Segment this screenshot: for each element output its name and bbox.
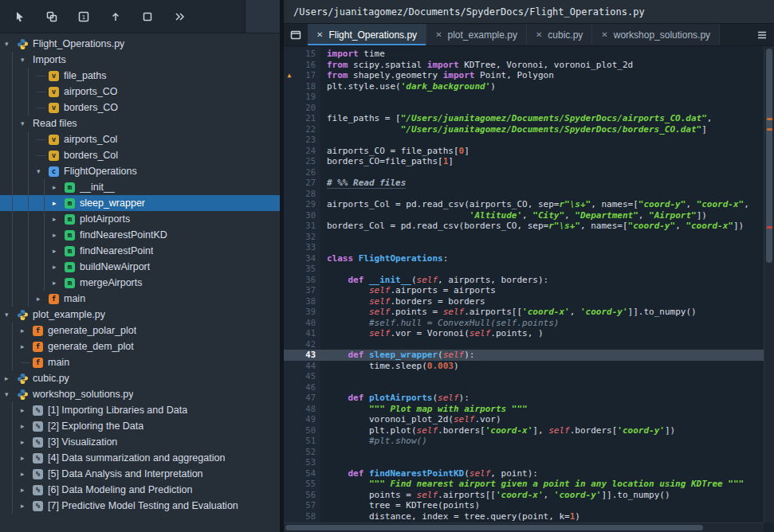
code-line[interactable]: 30 'Altitude', "City", "Department", "Ai… [284, 210, 764, 221]
chevron-right-icon[interactable]: ▸ [21, 406, 33, 414]
chevron-right-icon[interactable]: ▸ [21, 327, 33, 334]
chevron-right-icon[interactable]: ▸ [21, 342, 33, 350]
outline-item-borders-col[interactable]: vborders_Col [0, 147, 280, 163]
outline-item-file-paths[interactable]: vfile_paths [0, 68, 280, 84]
outline-item-mergeairports[interactable]: ▸mmergeAirports [0, 275, 280, 291]
line-number[interactable]: 40 [295, 318, 320, 329]
line-number[interactable]: 35 [295, 264, 320, 275]
group-cells-button[interactable]: 1 [72, 6, 96, 28]
chevron-down-icon[interactable]: ▾ [5, 311, 17, 319]
line-number[interactable]: 44 [295, 361, 320, 372]
chevron-right-icon[interactable]: ▸ [21, 502, 33, 510]
expand-all-button[interactable] [167, 6, 191, 28]
code-line[interactable]: 19 [284, 92, 764, 103]
outline-item-3-visualization[interactable]: ▸%[3] Visualization [0, 434, 280, 450]
line-number[interactable]: 26 [295, 167, 320, 178]
chevron-right-icon[interactable]: ▸ [53, 247, 65, 255]
code-line[interactable]: 50 plt.plot(self.borders['coord-x'], sel… [284, 425, 764, 436]
line-number[interactable]: 53 [295, 457, 320, 468]
line-number[interactable]: 19 [295, 92, 320, 103]
line-number[interactable]: 38 [295, 296, 320, 307]
code-line[interactable]: 39 self.points = self.airports[['coord-x… [284, 307, 764, 318]
line-number[interactable]: 34 [295, 253, 320, 264]
outline-item-generate-dem-plot[interactable]: ▸fgenerate_dem_plot [0, 338, 280, 354]
tab-close-icon[interactable]: ✕ [601, 30, 607, 39]
line-number[interactable]: 58 [295, 511, 320, 522]
code-line[interactable]: 29airports_Col = pd.read_csv(airports_CO… [284, 199, 764, 210]
line-number[interactable]: 46 [295, 382, 320, 393]
code-line[interactable]: 35 [284, 264, 764, 275]
code-line[interactable]: 22 "/Users/juanitagomez/Documents/Spyder… [284, 124, 764, 135]
code-line[interactable]: 58 distance, index = tree.query(point, k… [284, 511, 764, 522]
code-line[interactable]: 56 points = self.airports[['coord-x', 'c… [284, 490, 764, 501]
chevron-right-icon[interactable]: ▸ [53, 183, 65, 191]
code-line[interactable]: 45 [284, 371, 764, 382]
line-number[interactable]: 27 [295, 178, 320, 189]
code-line[interactable]: 33 [284, 242, 764, 253]
line-number[interactable]: 23 [295, 135, 320, 146]
line-number[interactable]: 37 [295, 285, 320, 296]
code-line[interactable]: 57 tree = KDTree(points) [284, 500, 764, 511]
line-number[interactable]: 31 [295, 221, 320, 232]
outline-item-5-data-analysis-and-interpretation[interactable]: ▸%[5] Data Analysis and Interpretation [0, 466, 280, 482]
code-line[interactable]: 53 [284, 457, 764, 468]
editor-vscrollbar[interactable] [764, 46, 774, 522]
outline-item-4-data-summarization-and-aggregation[interactable]: ▸%[4] Data summarization and aggregation [0, 450, 280, 466]
line-number[interactable]: 25 [295, 156, 320, 167]
code-line[interactable]: 18plt.style.use('dark_background') [284, 81, 764, 92]
outline-item-7-predictive-model-testing-and-evaluation[interactable]: ▸%[7] Predictive Model Testing and Evalu… [0, 498, 280, 514]
show-attributes-button[interactable] [40, 6, 64, 28]
line-number[interactable]: 41 [295, 328, 320, 339]
outline-item-main[interactable]: fmain [0, 354, 280, 370]
chevron-right-icon[interactable]: ▸ [21, 470, 33, 478]
code-line[interactable]: 38 self.borders = borders [284, 296, 764, 307]
outline-item-read-files[interactable]: ▾Read files [0, 115, 280, 131]
editor-tab-plot-example-py[interactable]: ✕plot_example.py [426, 24, 527, 45]
code-line[interactable]: 55 """ Find nearest airport given a poin… [284, 479, 764, 490]
outline-item-airports-co[interactable]: vairports_CO [0, 84, 280, 100]
code-line[interactable]: 26 [284, 167, 764, 178]
chevron-right-icon[interactable]: ▸ [21, 486, 33, 494]
code-line[interactable]: 24airports_CO = file_paths[0] [284, 146, 764, 157]
line-number[interactable]: 28 [295, 189, 320, 200]
code-line[interactable]: 34class FlightOperations: [284, 253, 764, 264]
chevron-right-icon[interactable]: ▸ [21, 454, 33, 462]
outline-item-imports[interactable]: ▾Imports [0, 52, 280, 68]
code-line[interactable]: 16from scipy.spatial import KDTree, Voro… [284, 60, 764, 71]
line-number[interactable]: 24 [295, 146, 320, 157]
outline-item-buildnewairport[interactable]: ▸mbuildNewAirport [0, 259, 280, 275]
outline-item-findnearestpoint[interactable]: ▸mfindNearestPoint [0, 243, 280, 259]
line-number[interactable]: 49 [295, 414, 320, 425]
outline-options-button[interactable] [245, 0, 280, 33]
chevron-right-icon[interactable]: ▸ [53, 199, 65, 207]
code-line[interactable]: 41 self.vor = Voronoi(self.points, ) [284, 328, 764, 339]
code-line[interactable]: 40 #self.hull = ConvexHull(self.points) [284, 318, 764, 329]
chevron-right-icon[interactable]: ▸ [53, 215, 65, 223]
line-number[interactable]: 50 [295, 425, 320, 436]
code-line[interactable]: 44 time.sleep(0.003) [284, 361, 764, 372]
line-number[interactable]: 57 [295, 500, 320, 511]
chevron-right-icon[interactable]: ▸ [21, 438, 33, 446]
code-line[interactable]: 32 [284, 232, 764, 243]
line-number[interactable]: 39 [295, 307, 320, 318]
tab-close-icon[interactable]: ✕ [435, 30, 442, 39]
line-number[interactable]: 18 [295, 81, 320, 92]
new-window-button[interactable] [284, 24, 308, 45]
code-line[interactable]: 27# %% Read files [284, 178, 764, 189]
line-number[interactable]: 33 [295, 242, 320, 253]
chevron-down-icon[interactable]: ▾ [21, 56, 33, 64]
editor[interactable]: 15import time16from scipy.spatial import… [284, 46, 774, 532]
code-line[interactable]: 21file_paths = ["/Users/juanitagomez/Doc… [284, 113, 764, 124]
code-line[interactable]: ▲17from shapely.geometry import Point, P… [284, 70, 764, 81]
code-line[interactable]: 25borders_CO=file_paths[1] [284, 156, 764, 167]
line-number[interactable]: 20 [295, 103, 320, 114]
outline-item-generate-polar-plot[interactable]: ▸fgenerate_polar_plot [0, 323, 280, 338]
editor-hscrollbar[interactable] [284, 522, 764, 532]
line-number[interactable]: 16 [295, 60, 320, 71]
chevron-right-icon[interactable]: ▸ [5, 374, 17, 382]
vscrollbar-thumb[interactable] [766, 49, 772, 263]
line-number[interactable]: 42 [295, 339, 320, 350]
chevron-down-icon[interactable]: ▾ [21, 119, 33, 127]
chevron-right-icon[interactable]: ▸ [53, 231, 65, 239]
outline-item-1-importing-libraries-and-data[interactable]: ▸%[1] Importing Libraries and Data [0, 402, 280, 418]
